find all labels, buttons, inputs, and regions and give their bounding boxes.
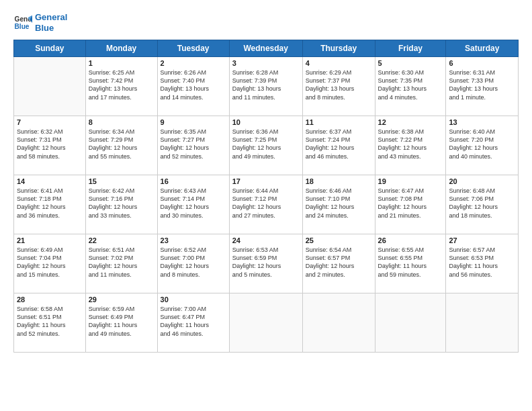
cell-info: Sunrise: 6:38 AM Sunset: 7:22 PM Dayligh… [378, 128, 443, 161]
logo: General Blue General Blue [13, 12, 67, 33]
calendar-week-0: 1Sunrise: 6:25 AM Sunset: 7:42 PM Daylig… [14, 57, 519, 116]
day-number: 7 [17, 118, 83, 126]
cell-info: Sunrise: 6:49 AM Sunset: 7:04 PM Dayligh… [17, 246, 83, 279]
calendar-cell: 16Sunrise: 6:43 AM Sunset: 7:14 PM Dayli… [157, 175, 229, 234]
calendar-cell: 22Sunrise: 6:51 AM Sunset: 7:02 PM Dayli… [85, 234, 157, 293]
day-number: 27 [449, 236, 515, 244]
calendar-cell: 11Sunrise: 6:37 AM Sunset: 7:24 PM Dayli… [302, 116, 375, 175]
day-number: 6 [449, 59, 515, 67]
calendar-cell: 27Sunrise: 6:57 AM Sunset: 6:53 PM Dayli… [446, 234, 519, 293]
day-number: 19 [378, 177, 443, 185]
day-number: 1 [89, 59, 154, 67]
day-number: 15 [89, 177, 154, 185]
day-number: 20 [449, 177, 515, 185]
calendar-cell: 5Sunrise: 6:30 AM Sunset: 7:35 PM Daylig… [375, 57, 446, 116]
day-header-saturday: Saturday [446, 40, 519, 57]
day-number: 5 [378, 59, 443, 67]
calendar-cell: 28Sunrise: 6:58 AM Sunset: 6:51 PM Dayli… [14, 293, 86, 353]
calendar-cell: 26Sunrise: 6:55 AM Sunset: 6:55 PM Dayli… [375, 234, 446, 293]
day-number: 13 [449, 118, 515, 126]
cell-info: Sunrise: 6:53 AM Sunset: 6:59 PM Dayligh… [232, 246, 300, 279]
cell-info: Sunrise: 6:31 AM Sunset: 7:33 PM Dayligh… [449, 68, 515, 101]
calendar-cell: 25Sunrise: 6:54 AM Sunset: 6:57 PM Dayli… [302, 234, 375, 293]
cell-info: Sunrise: 6:57 AM Sunset: 6:53 PM Dayligh… [449, 246, 515, 279]
page-header: General Blue General Blue [13, 12, 519, 33]
calendar-cell: 20Sunrise: 6:48 AM Sunset: 7:06 PM Dayli… [446, 175, 519, 234]
day-number: 14 [17, 177, 83, 185]
calendar-cell: 30Sunrise: 7:00 AM Sunset: 6:47 PM Dayli… [157, 293, 229, 353]
day-number: 24 [232, 236, 300, 244]
logo-line1: General [35, 12, 67, 23]
cell-info: Sunrise: 6:42 AM Sunset: 7:16 PM Dayligh… [89, 187, 154, 220]
calendar-cell [375, 293, 446, 353]
cell-info: Sunrise: 6:35 AM Sunset: 7:27 PM Dayligh… [161, 128, 226, 161]
day-number: 29 [89, 295, 154, 304]
day-header-thursday: Thursday [302, 40, 375, 57]
day-number: 12 [378, 118, 443, 126]
calendar-cell [302, 293, 375, 353]
day-number: 2 [161, 59, 226, 67]
calendar-cell: 7Sunrise: 6:32 AM Sunset: 7:31 PM Daylig… [14, 116, 86, 175]
svg-text:Blue: Blue [15, 23, 30, 30]
day-number: 3 [232, 59, 300, 67]
day-header-sunday: Sunday [14, 40, 86, 57]
calendar-cell: 15Sunrise: 6:42 AM Sunset: 7:16 PM Dayli… [85, 175, 157, 234]
cell-info: Sunrise: 6:47 AM Sunset: 7:08 PM Dayligh… [378, 187, 443, 220]
cell-info: Sunrise: 6:52 AM Sunset: 7:00 PM Dayligh… [161, 246, 226, 279]
calendar-cell: 24Sunrise: 6:53 AM Sunset: 6:59 PM Dayli… [229, 234, 302, 293]
cell-info: Sunrise: 7:00 AM Sunset: 6:47 PM Dayligh… [161, 305, 226, 338]
day-number: 11 [306, 118, 372, 126]
calendar-week-1: 7Sunrise: 6:32 AM Sunset: 7:31 PM Daylig… [14, 116, 519, 175]
day-number: 30 [161, 295, 226, 304]
calendar-cell: 1Sunrise: 6:25 AM Sunset: 7:42 PM Daylig… [85, 57, 157, 116]
day-number: 25 [306, 236, 372, 244]
calendar-week-4: 28Sunrise: 6:58 AM Sunset: 6:51 PM Dayli… [14, 293, 519, 353]
calendar-week-3: 21Sunrise: 6:49 AM Sunset: 7:04 PM Dayli… [14, 234, 519, 293]
cell-info: Sunrise: 6:48 AM Sunset: 7:06 PM Dayligh… [449, 187, 515, 220]
day-header-wednesday: Wednesday [229, 40, 302, 57]
cell-info: Sunrise: 6:32 AM Sunset: 7:31 PM Dayligh… [17, 128, 83, 161]
calendar-cell: 10Sunrise: 6:36 AM Sunset: 7:25 PM Dayli… [229, 116, 302, 175]
day-number: 10 [232, 118, 300, 126]
cell-info: Sunrise: 6:40 AM Sunset: 7:20 PM Dayligh… [449, 128, 515, 161]
day-number: 8 [89, 118, 154, 126]
cell-info: Sunrise: 6:44 AM Sunset: 7:12 PM Dayligh… [232, 187, 300, 220]
cell-info: Sunrise: 6:43 AM Sunset: 7:14 PM Dayligh… [161, 187, 226, 220]
cell-info: Sunrise: 6:46 AM Sunset: 7:10 PM Dayligh… [306, 187, 372, 220]
calendar-cell: 3Sunrise: 6:28 AM Sunset: 7:39 PM Daylig… [229, 57, 302, 116]
calendar-cell: 23Sunrise: 6:52 AM Sunset: 7:00 PM Dayli… [157, 234, 229, 293]
logo-line2: Blue [35, 23, 67, 34]
calendar-cell: 21Sunrise: 6:49 AM Sunset: 7:04 PM Dayli… [14, 234, 86, 293]
cell-info: Sunrise: 6:25 AM Sunset: 7:42 PM Dayligh… [89, 68, 154, 101]
cell-info: Sunrise: 6:41 AM Sunset: 7:18 PM Dayligh… [17, 187, 83, 220]
cell-info: Sunrise: 6:26 AM Sunset: 7:40 PM Dayligh… [161, 68, 226, 101]
calendar-header-row: SundayMondayTuesdayWednesdayThursdayFrid… [14, 40, 519, 57]
cell-info: Sunrise: 6:28 AM Sunset: 7:39 PM Dayligh… [232, 68, 300, 101]
cell-info: Sunrise: 6:59 AM Sunset: 6:49 PM Dayligh… [89, 305, 154, 338]
day-number: 17 [232, 177, 300, 185]
day-number: 23 [161, 236, 226, 244]
day-number: 18 [306, 177, 372, 185]
calendar-cell: 9Sunrise: 6:35 AM Sunset: 7:27 PM Daylig… [157, 116, 229, 175]
calendar-cell: 14Sunrise: 6:41 AM Sunset: 7:18 PM Dayli… [14, 175, 86, 234]
calendar-cell: 17Sunrise: 6:44 AM Sunset: 7:12 PM Dayli… [229, 175, 302, 234]
day-number: 9 [161, 118, 226, 126]
day-number: 22 [89, 236, 154, 244]
cell-info: Sunrise: 6:58 AM Sunset: 6:51 PM Dayligh… [17, 305, 83, 338]
calendar-week-2: 14Sunrise: 6:41 AM Sunset: 7:18 PM Dayli… [14, 175, 519, 234]
cell-info: Sunrise: 6:29 AM Sunset: 7:37 PM Dayligh… [306, 68, 372, 101]
cell-info: Sunrise: 6:54 AM Sunset: 6:57 PM Dayligh… [306, 246, 372, 279]
day-number: 16 [161, 177, 226, 185]
logo-icon: General Blue [13, 13, 32, 32]
calendar-cell: 6Sunrise: 6:31 AM Sunset: 7:33 PM Daylig… [446, 57, 519, 116]
cell-info: Sunrise: 6:37 AM Sunset: 7:24 PM Dayligh… [306, 128, 372, 161]
day-number: 21 [17, 236, 83, 244]
cell-info: Sunrise: 6:36 AM Sunset: 7:25 PM Dayligh… [232, 128, 300, 161]
day-number: 26 [378, 236, 443, 244]
day-header-tuesday: Tuesday [157, 40, 229, 57]
cell-info: Sunrise: 6:55 AM Sunset: 6:55 PM Dayligh… [378, 246, 443, 279]
day-number: 28 [17, 295, 83, 304]
calendar-cell: 12Sunrise: 6:38 AM Sunset: 7:22 PM Dayli… [375, 116, 446, 175]
cell-info: Sunrise: 6:51 AM Sunset: 7:02 PM Dayligh… [89, 246, 154, 279]
day-header-monday: Monday [85, 40, 157, 57]
